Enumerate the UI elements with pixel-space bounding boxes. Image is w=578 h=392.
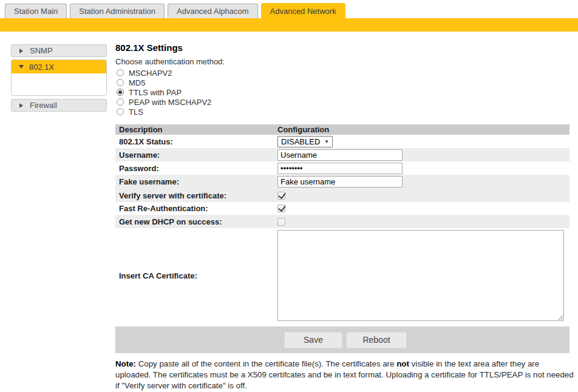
radio-peap-with-mschapv2[interactable]: PEAP with MSCHAPV2 — [115, 97, 578, 107]
row-label: Verify server with certificate: — [115, 191, 277, 200]
tab-station-main[interactable]: Station Main — [5, 4, 67, 18]
row-label: Username: — [115, 150, 277, 160]
radio-tls[interactable]: TLS — [115, 107, 578, 117]
action-button-band: Save Reboot — [115, 326, 570, 353]
sidebar-accordion-panel — [12, 73, 106, 95]
dropdown-arrow-icon: ▼ — [324, 139, 329, 144]
save-button[interactable]: Save — [284, 332, 342, 348]
row-label: Insert CA Certificate: — [115, 271, 277, 280]
auth-method-prompt: Choose authentication method: — [115, 57, 578, 66]
tab-advanced-network[interactable]: Advanced Network — [261, 3, 345, 18]
reboot-button[interactable]: Reboot — [346, 332, 407, 348]
sidebar-item-label: SNMP — [30, 46, 53, 55]
tab-advanced-alphacom[interactable]: Advanced Alphacom — [168, 4, 258, 18]
caret-right-icon — [19, 49, 23, 53]
radio-label: MSCHAPV2 — [129, 69, 172, 78]
sidebar-item-label: Firewall — [30, 101, 57, 110]
radio-ttls-with-pap[interactable]: TTLS with PAP — [115, 87, 578, 97]
verify-server-checkbox[interactable] — [277, 192, 285, 200]
accent-band — [0, 18, 578, 32]
settings-table: Description Configuration 802.1X Status:… — [115, 124, 570, 323]
dhcp-on-success-checkbox[interactable] — [277, 218, 285, 226]
radio-button-icon[interactable] — [117, 108, 124, 115]
table-row: Get new DHCP on success: — [115, 215, 570, 228]
table-row: Verify server with certificate: — [115, 189, 570, 202]
sidebar-item-snmp[interactable]: SNMP — [11, 44, 107, 57]
row-label: 802.1X Status: — [115, 137, 277, 146]
main-content: 802.1X Settings Choose authentication me… — [115, 42, 578, 391]
caret-right-icon — [19, 103, 23, 108]
column-header-description: Description — [115, 125, 277, 134]
sidebar-item-label: 802.1X — [29, 63, 54, 72]
table-row: 802.1X Status: DISABLED ▼ — [115, 135, 570, 148]
sidebar-accordion-8021x: 802.1X — [11, 59, 107, 96]
sidebar-item-8021x[interactable]: 802.1X — [12, 60, 106, 73]
column-header-configuration: Configuration — [277, 125, 570, 134]
row-label: Fast Re-Authentication: — [115, 204, 277, 213]
note-label: Note: — [115, 359, 136, 368]
fast-reauth-checkbox[interactable] — [277, 204, 285, 212]
radio-md5[interactable]: MD5 — [115, 78, 578, 87]
top-tab-bar: Station Main Station Administration Adva… — [0, 0, 578, 18]
password-field[interactable] — [277, 163, 403, 174]
table-row: Username: — [115, 148, 570, 161]
certificate-note: Note: Copy paste all of the content in t… — [115, 359, 577, 391]
radio-mschapv2[interactable]: MSCHAPV2 — [115, 68, 578, 78]
status-select[interactable]: DISABLED ▼ — [277, 136, 333, 147]
table-row: Fast Re-Authentication: — [115, 202, 570, 215]
auth-method-radio-group: MSCHAPV2 MD5 TTLS with PAP PEAP with MSC… — [115, 68, 578, 117]
row-label: Get new DHCP on success: — [115, 217, 277, 226]
radio-button-icon[interactable] — [117, 69, 124, 76]
radio-label: TTLS with PAP — [129, 88, 182, 97]
tab-station-administration[interactable]: Station Administration — [70, 4, 165, 18]
page-title: 802.1X Settings — [115, 42, 578, 53]
radio-label: PEAP with MSCHAPV2 — [129, 98, 211, 107]
radio-button-icon[interactable] — [117, 89, 124, 96]
row-label: Fake username: — [115, 177, 277, 186]
table-row: Fake username: — [115, 175, 570, 189]
note-emphasis: not — [396, 359, 409, 368]
username-field[interactable] — [277, 149, 403, 161]
radio-button-icon[interactable] — [117, 98, 124, 106]
sidebar: SNMP 802.1X Firewall — [11, 44, 107, 114]
radio-label: MD5 — [129, 78, 145, 87]
status-select-value: DISABLED — [281, 137, 320, 146]
fake-username-field[interactable] — [277, 176, 403, 188]
table-row: Insert CA Certificate: — [115, 228, 570, 323]
table-row: Password: — [115, 161, 570, 175]
caret-down-icon — [19, 65, 24, 69]
radio-button-icon[interactable] — [117, 79, 124, 86]
row-label: Password: — [115, 164, 277, 173]
sidebar-item-firewall[interactable]: Firewall — [11, 99, 107, 112]
table-header-row: Description Configuration — [115, 124, 570, 135]
radio-label: TLS — [129, 107, 143, 117]
ca-certificate-textarea[interactable] — [277, 230, 564, 321]
